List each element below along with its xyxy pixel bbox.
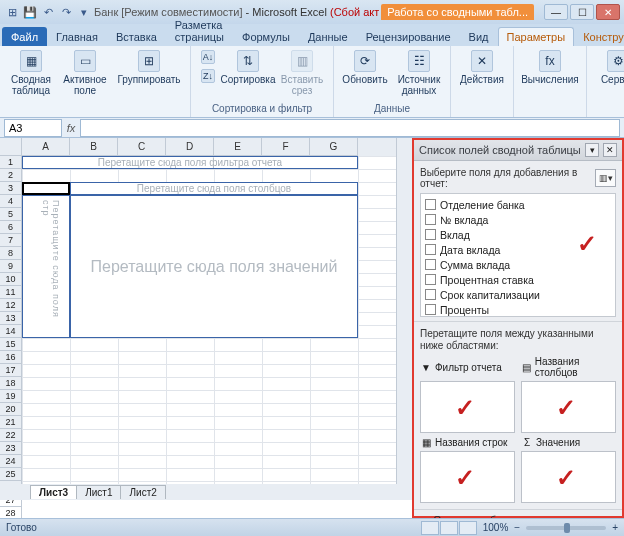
field-list-close[interactable]: ✕ xyxy=(603,143,617,157)
sort-asc-button[interactable]: A↓ xyxy=(197,48,219,66)
area-columns-box[interactable]: ✓ xyxy=(521,381,616,433)
tools-button[interactable]: ⚙Сервис xyxy=(593,48,624,87)
row-header[interactable]: 18 xyxy=(0,377,22,390)
vertical-scrollbar[interactable] xyxy=(396,138,412,484)
row-header[interactable]: 12 xyxy=(0,299,22,312)
redo-icon[interactable]: ↷ xyxy=(58,4,74,20)
sheet-tab-list2[interactable]: Лист2 xyxy=(120,485,165,499)
sort-desc-button[interactable]: Z↓ xyxy=(197,67,219,85)
active-cell[interactable] xyxy=(22,182,70,195)
pivot-filter-drop[interactable]: Перетащите сюда поля фильтра отчета xyxy=(22,156,358,169)
refresh-button[interactable]: ⟳Обновить xyxy=(340,48,390,87)
sheet-tab-list1[interactable]: Лист1 xyxy=(76,485,121,499)
select-all-corner[interactable] xyxy=(0,138,22,156)
column-header[interactable]: D xyxy=(166,138,214,156)
row-header[interactable]: 10 xyxy=(0,273,22,286)
zoom-in-button[interactable]: + xyxy=(612,522,618,533)
layout-button[interactable]: ▥▾ xyxy=(595,169,616,187)
row-header[interactable]: 21 xyxy=(0,416,22,429)
row-header[interactable]: 3 xyxy=(0,182,22,195)
field-item[interactable]: № вклада xyxy=(425,212,611,227)
view-normal-button[interactable] xyxy=(421,521,439,535)
row-header[interactable]: 11 xyxy=(0,286,22,299)
sheet-tab-list3[interactable]: Лист3 xyxy=(30,485,77,499)
field-item[interactable]: Срок капитализации xyxy=(425,287,611,302)
column-header[interactable]: A xyxy=(22,138,70,156)
maximize-button[interactable]: ☐ xyxy=(570,4,594,20)
tab-home[interactable]: Главная xyxy=(47,27,107,46)
insert-slicer-button[interactable]: ▥Вставить срез xyxy=(277,48,327,98)
tab-design[interactable]: Конструктор xyxy=(574,27,624,46)
tab-review[interactable]: Рецензирование xyxy=(357,27,460,46)
formula-bar[interactable] xyxy=(80,119,620,137)
minimize-button[interactable]: — xyxy=(544,4,568,20)
field-icon: ▭ xyxy=(74,50,96,72)
fields-list[interactable]: ✓ Отделение банка№ вкладаВкладДата вклад… xyxy=(420,193,616,317)
row-header[interactable]: 14 xyxy=(0,325,22,338)
fx-icon[interactable]: fx xyxy=(62,122,80,134)
row-header[interactable]: 2 xyxy=(0,169,22,182)
row-header[interactable]: 8 xyxy=(0,247,22,260)
close-button[interactable]: ✕ xyxy=(596,4,620,20)
pivot-columns-drop[interactable]: Перетащите сюда поля столбцов xyxy=(70,182,358,195)
worksheet[interactable]: ABCDEFG 12345678910111213141516171819202… xyxy=(0,138,412,518)
area-rows-box[interactable]: ✓ xyxy=(420,451,515,503)
row-header[interactable]: 13 xyxy=(0,312,22,325)
area-values-box[interactable]: ✓ xyxy=(521,451,616,503)
row-header[interactable]: 17 xyxy=(0,364,22,377)
field-list-dropdown[interactable]: ▾ xyxy=(585,143,599,157)
row-header[interactable]: 15 xyxy=(0,338,22,351)
row-header[interactable]: 6 xyxy=(0,221,22,234)
tab-data[interactable]: Данные xyxy=(299,27,357,46)
tab-insert[interactable]: Вставка xyxy=(107,27,166,46)
calculations-button[interactable]: fxВычисления xyxy=(520,48,580,87)
row-header[interactable]: 16 xyxy=(0,351,22,364)
zoom-thumb[interactable] xyxy=(564,523,570,533)
field-item[interactable]: Сумма вклада xyxy=(425,257,611,272)
tab-formulas[interactable]: Формулы xyxy=(233,27,299,46)
row-header[interactable]: 22 xyxy=(0,429,22,442)
actions-button[interactable]: ✕Действия xyxy=(457,48,507,87)
row-header[interactable]: 24 xyxy=(0,455,22,468)
group-button[interactable]: ⊞Группировать xyxy=(114,48,184,87)
column-header[interactable]: B xyxy=(70,138,118,156)
column-header[interactable]: C xyxy=(118,138,166,156)
pivot-rows-drop[interactable]: Перетащите сюда поля стр xyxy=(22,195,70,338)
sort-button[interactable]: ⇅Сортировка xyxy=(223,48,273,87)
save-icon[interactable]: 💾 xyxy=(22,4,38,20)
tab-parameters[interactable]: Параметры xyxy=(498,27,575,46)
view-pagebreak-button[interactable] xyxy=(459,521,477,535)
view-pagelayout-button[interactable] xyxy=(440,521,458,535)
row-header[interactable]: 20 xyxy=(0,403,22,416)
row-header[interactable]: 19 xyxy=(0,390,22,403)
tab-file[interactable]: Файл xyxy=(2,27,47,46)
active-field-button[interactable]: ▭Активное поле xyxy=(60,48,110,98)
row-header[interactable]: 5 xyxy=(0,208,22,221)
field-item[interactable]: Проценты xyxy=(425,302,611,317)
row-header[interactable]: 4 xyxy=(0,195,22,208)
column-header[interactable]: F xyxy=(262,138,310,156)
pivottable-button[interactable]: ▦Сводная таблица xyxy=(6,48,56,98)
field-item[interactable]: Отделение банка xyxy=(425,197,611,212)
undo-icon[interactable]: ↶ xyxy=(40,4,56,20)
sigma-icon: Σ xyxy=(521,436,533,448)
row-header[interactable]: 9 xyxy=(0,260,22,273)
column-header[interactable]: G xyxy=(310,138,358,156)
row-header[interactable]: 28 xyxy=(0,507,22,518)
area-filter-box[interactable]: ✓ xyxy=(420,381,515,433)
row-header[interactable]: 1 xyxy=(0,156,22,169)
zoom-slider[interactable] xyxy=(526,526,606,530)
zoom-out-button[interactable]: − xyxy=(514,522,520,533)
column-header[interactable]: E xyxy=(214,138,262,156)
row-header[interactable]: 23 xyxy=(0,442,22,455)
pivot-values-drop[interactable]: Перетащите сюда поля значений xyxy=(70,195,358,338)
actions-icon: ✕ xyxy=(471,50,493,72)
tab-view[interactable]: Вид xyxy=(460,27,498,46)
field-item[interactable]: Процентная ставка xyxy=(425,272,611,287)
row-header[interactable]: 7 xyxy=(0,234,22,247)
qat-more-icon[interactable]: ▾ xyxy=(76,4,92,20)
data-source-button[interactable]: ☷Источник данных xyxy=(394,48,444,98)
name-box[interactable] xyxy=(4,119,62,137)
row-header[interactable]: 25 xyxy=(0,468,22,481)
tab-layout[interactable]: Разметка страницы xyxy=(166,15,233,46)
